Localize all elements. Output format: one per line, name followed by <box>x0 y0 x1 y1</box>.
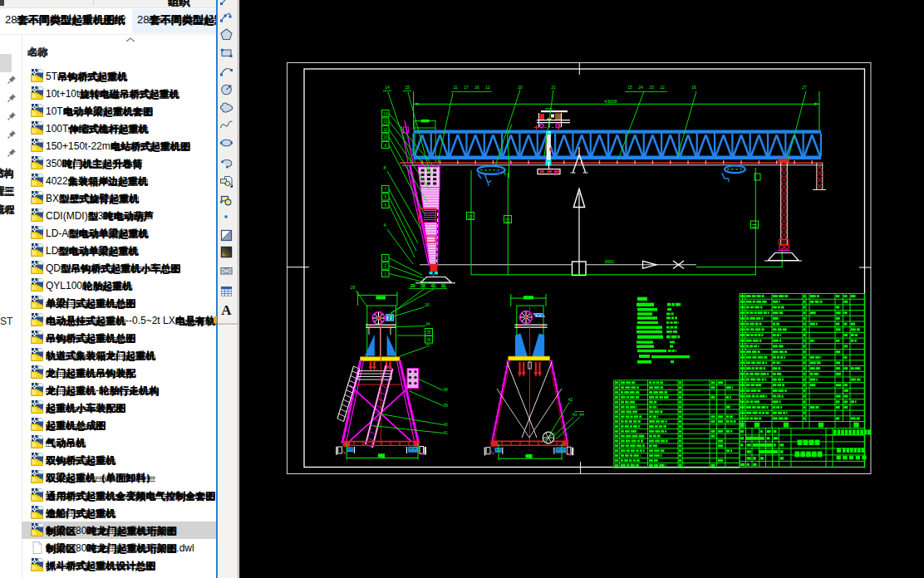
svg-text:30: 30 <box>425 302 430 307</box>
svg-text:5: 5 <box>384 203 386 208</box>
svg-text:23: 23 <box>649 85 654 90</box>
svg-text:12: 12 <box>660 85 665 90</box>
svg-text:41: 41 <box>443 430 448 435</box>
svg-text:42: 42 <box>568 397 573 402</box>
svg-text:10: 10 <box>383 135 388 140</box>
svg-text:21: 21 <box>551 85 556 90</box>
svg-text:43: 43 <box>573 412 578 417</box>
svg-text:39: 39 <box>443 403 448 408</box>
svg-text:44: 44 <box>579 412 584 417</box>
svg-text:B: B <box>496 168 500 175</box>
svg-text:35: 35 <box>426 331 431 335</box>
svg-text:15: 15 <box>405 85 410 90</box>
svg-text:16: 16 <box>474 85 479 90</box>
svg-text:41: 41 <box>430 283 435 288</box>
svg-text:27: 27 <box>802 85 807 90</box>
svg-text:34: 34 <box>425 321 430 326</box>
svg-text:11: 11 <box>383 127 387 132</box>
svg-text:3000: 3000 <box>604 259 613 264</box>
svg-text:31: 31 <box>420 283 425 288</box>
svg-text:15: 15 <box>627 85 632 90</box>
svg-text:38: 38 <box>443 387 448 392</box>
svg-text:17: 17 <box>464 85 469 90</box>
svg-text:6: 6 <box>384 194 386 199</box>
svg-text:7: 7 <box>384 187 386 192</box>
svg-text:1: 1 <box>384 272 386 277</box>
svg-text:24: 24 <box>638 85 643 90</box>
svg-text:8: 8 <box>383 165 386 170</box>
svg-text:37: 37 <box>425 343 430 348</box>
svg-text:9: 9 <box>384 143 386 148</box>
svg-text:28: 28 <box>351 285 356 290</box>
svg-text:43008: 43008 <box>604 99 617 104</box>
svg-text:20: 20 <box>518 85 523 90</box>
svg-text:40: 40 <box>443 422 448 427</box>
svg-text:16: 16 <box>691 85 696 90</box>
svg-text:2: 2 <box>384 263 386 268</box>
svg-text:21: 21 <box>441 283 446 288</box>
svg-text:3: 3 <box>384 256 386 261</box>
svg-text:12: 12 <box>485 85 490 90</box>
svg-text:12: 12 <box>383 119 388 124</box>
svg-text:29: 29 <box>410 283 415 288</box>
svg-text:36: 36 <box>426 338 431 342</box>
svg-text:14: 14 <box>385 85 390 90</box>
svg-text:9: 9 <box>504 172 506 176</box>
svg-text:13: 13 <box>383 111 388 116</box>
svg-text:4: 4 <box>383 223 386 228</box>
svg-text:11: 11 <box>453 85 457 90</box>
